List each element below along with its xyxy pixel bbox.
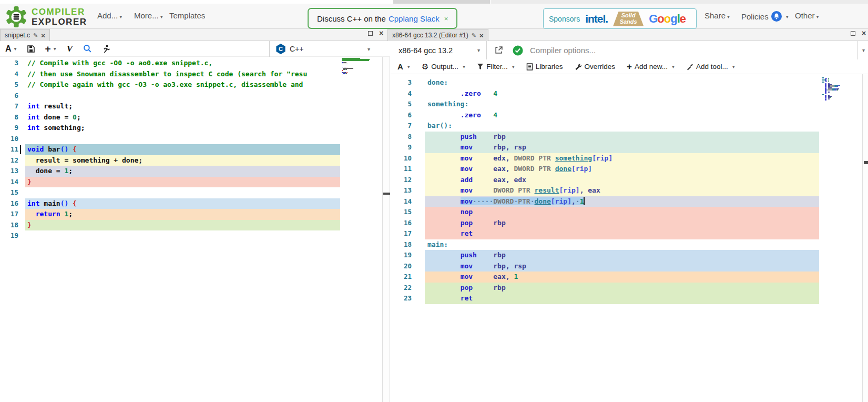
line-number[interactable]: 8 [0,112,18,123]
libraries-button[interactable]: Libraries [526,63,563,71]
code-line[interactable]: 23 ret [390,293,868,304]
close-pane-icon[interactable]: × [862,31,866,36]
save-button[interactable] [27,45,35,53]
code-line[interactable]: 10 mov edx, DWORD PTR something[rip] [390,153,868,164]
code-line[interactable]: 11void bar() { [0,144,390,155]
code-line[interactable]: 13 mov DWORD PTR result[rip], eax [390,185,868,196]
line-number[interactable]: 11 [0,144,18,155]
line-number[interactable]: 17 [0,209,18,220]
banner-link[interactable]: Cpplang Slack [389,14,440,23]
line-number[interactable]: 6 [390,110,412,121]
code-line[interactable]: 4// then use Snowman disassembler to ins… [0,69,390,80]
source-scrollbar[interactable] [382,57,390,402]
tab-close-icon[interactable]: × [479,32,484,39]
source-minimap[interactable] [342,58,381,82]
code-line[interactable]: 17 return 1; [0,209,390,220]
vim-mode-button[interactable]: V [67,44,73,54]
options-dropdown-button[interactable]: ▾ [857,41,868,59]
line-number[interactable]: 14 [0,177,18,188]
compile-status-badge[interactable] [513,45,523,58]
scrollbar-thumb[interactable] [383,193,390,195]
line-number[interactable]: 15 [0,187,18,198]
line-number[interactable]: 6 [0,91,18,102]
add-new-button[interactable]: + Add new... ▾ [627,63,675,71]
code-line[interactable]: 7int result; [0,101,390,112]
line-number[interactable]: 20 [390,261,412,272]
line-number[interactable]: 13 [390,185,412,196]
sponsors-box[interactable]: Sponsors intel. Solid Sands Google [543,8,697,29]
solid-sands-logo[interactable]: Solid Sands [613,12,644,26]
code-line[interactable]: 21 mov eax, 1 [390,272,868,283]
intel-logo[interactable]: intel. [585,13,608,25]
close-pane-icon[interactable]: × [379,31,383,36]
maximize-icon[interactable] [368,31,373,36]
filter-button[interactable]: Filter... ▾ [477,63,515,71]
line-number[interactable]: 16 [390,218,412,229]
asm-font-size-button[interactable]: A▾ [397,62,410,71]
code-line[interactable]: 12 result = something + done; [0,155,390,166]
line-number[interactable]: 4 [0,69,18,80]
code-line[interactable]: 11 mov eax, DWORD PTR done[rip] [390,164,868,175]
code-line[interactable]: 22 pop rbp [390,283,868,294]
line-number[interactable]: 14 [390,196,412,207]
line-number[interactable]: 18 [390,239,412,250]
font-size-button[interactable]: A▾ [5,44,17,54]
line-number[interactable]: 3 [0,58,18,69]
code-line[interactable]: 4 .zero 4 [390,88,868,99]
line-number[interactable]: 7 [390,120,412,132]
line-number[interactable]: 5 [390,99,412,110]
code-line[interactable]: 6 .zero 4 [390,110,868,121]
assembly-scrollbar[interactable] [862,74,868,402]
assembly-output[interactable]: 3done:4 .zero 45something:6 .zero 47bar(… [390,77,868,304]
code-line[interactable]: 19 push rbp [390,250,868,261]
code-line[interactable]: 7bar(): [390,120,868,132]
code-line[interactable]: 5// Compile again with gcc -O3 -o ao3.ex… [0,79,390,91]
output-button[interactable]: ⚙ Output... ▾ [422,62,465,72]
scrollbar-thumb[interactable] [864,161,868,164]
line-number[interactable]: 7 [0,101,18,112]
line-number[interactable]: 15 [390,207,412,218]
google-logo[interactable]: Google [649,12,686,26]
language-select[interactable]: C C++ ▾ [269,41,390,57]
line-number[interactable]: 5 [0,79,18,91]
code-line[interactable]: 6 [0,91,390,102]
rename-pencil-icon[interactable]: ✎ [472,32,476,39]
code-line[interactable]: 8 push rbp [390,132,868,143]
code-line[interactable]: 16int main() { [0,198,390,209]
line-number[interactable]: 10 [390,153,412,164]
line-number[interactable]: 8 [390,132,412,143]
code-line[interactable]: 14 mov·····DWORD·PTR·done[rip],·1 [390,196,868,207]
line-number[interactable]: 9 [0,123,18,134]
line-number[interactable]: 19 [0,230,18,242]
code-line[interactable]: 14} [0,177,390,188]
add-tool-button[interactable]: Add tool... ▾ [686,63,735,71]
code-line[interactable]: 13 done = 1; [0,166,390,177]
code-line[interactable]: 18main: [390,239,868,250]
assembly-minimap[interactable] [822,77,861,103]
maximize-icon[interactable] [851,31,855,36]
quick-bench-button[interactable] [103,45,110,53]
source-editor[interactable]: 3// Compile with gcc -O0 -o ao0.exe snip… [0,58,390,242]
line-number[interactable]: 22 [390,283,412,294]
code-line[interactable]: 19 [0,230,390,242]
banner-close-icon[interactable]: × [444,15,448,23]
code-line[interactable]: 3done: [390,77,868,88]
add-pane-button[interactable]: +▾ [45,45,56,53]
code-line[interactable]: 18} [0,220,390,231]
menu-policies[interactable]: Policies ▾ [741,11,789,22]
line-number[interactable]: 19 [390,250,412,261]
tab-compiler-output[interactable]: x86-64 gcc 13.2 (Editor #1) ✎ × [387,29,488,41]
line-number[interactable]: 12 [0,155,18,166]
line-number[interactable]: 16 [0,198,18,209]
line-number[interactable]: 10 [0,134,18,145]
popout-button[interactable] [494,46,503,57]
menu-add[interactable]: Add...▾ [97,11,122,20]
rename-pencil-icon[interactable]: ✎ [33,32,38,39]
code-line[interactable]: 15 nop [390,207,868,218]
line-number[interactable]: 13 [0,166,18,177]
code-line[interactable]: 17 ret [390,228,868,239]
code-line[interactable]: 3// Compile with gcc -O0 -o ao0.exe snip… [0,58,390,69]
line-number[interactable]: 4 [390,88,412,99]
code-line[interactable]: 8int done = 0; [0,112,390,123]
line-number[interactable]: 18 [0,220,18,231]
